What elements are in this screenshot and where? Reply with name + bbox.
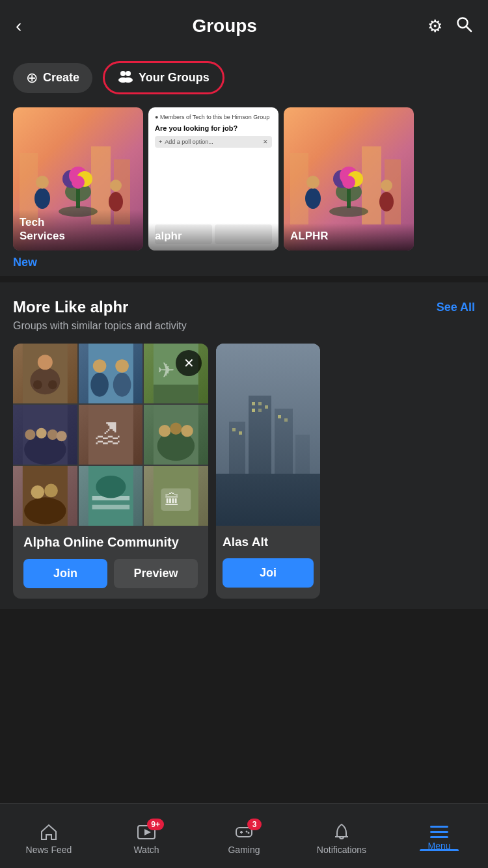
preview-button-alpha[interactable]: Preview <box>114 559 198 588</box>
svg-point-13 <box>72 176 85 189</box>
svg-point-93 <box>246 830 248 832</box>
settings-icon[interactable]: ⚙ <box>427 16 442 36</box>
nav-item-notifications[interactable]: Notifications <box>293 817 390 855</box>
more-like-title: More Like alphr <box>13 298 128 316</box>
header-left: ‹ <box>16 16 21 36</box>
alphr2-overlay: ALPHR <box>284 223 414 251</box>
svg-point-57 <box>159 425 170 437</box>
create-label: Create <box>43 71 79 85</box>
svg-point-5 <box>124 77 133 83</box>
search-icon[interactable] <box>455 16 472 37</box>
alpha-collage: ✈ 🏖 <box>13 344 208 526</box>
header: ‹ Groups ⚙ <box>0 0 488 52</box>
svg-point-17 <box>36 176 49 189</box>
group-card-alphr[interactable]: ● Members of Tech to this be Himson Grou… <box>148 107 278 251</box>
groups-grid: TechServices ● Members of Tech to this b… <box>13 107 475 251</box>
watch-icon-wrap: 9+ <box>137 822 156 842</box>
svg-line-1 <box>467 26 472 31</box>
svg-point-58 <box>170 423 182 435</box>
rec-card-alas-alt: Alas Alt Joi <box>216 344 320 599</box>
svg-rect-28 <box>347 189 351 208</box>
header-right: ⚙ <box>427 16 472 37</box>
collage-cell-9: 🏛 <box>144 466 208 526</box>
svg-point-63 <box>44 484 58 498</box>
collage-cell-2 <box>79 344 143 403</box>
create-icon: ⊕ <box>26 70 38 87</box>
svg-point-18 <box>109 192 123 211</box>
back-button[interactable]: ‹ <box>16 16 21 36</box>
svg-rect-22 <box>290 153 308 224</box>
svg-point-59 <box>182 425 193 437</box>
svg-point-35 <box>30 368 60 394</box>
collage-cell-1 <box>13 344 77 403</box>
svg-point-16 <box>34 188 50 209</box>
group-card-tech-services[interactable]: TechServices <box>13 107 143 251</box>
svg-text:✈: ✈ <box>157 359 175 382</box>
new-badge: New <box>13 251 475 269</box>
svg-point-29 <box>329 206 368 217</box>
news-feed-icon-wrap <box>39 822 59 842</box>
svg-rect-86 <box>216 344 320 526</box>
collage-cell-8 <box>79 466 143 526</box>
close-button[interactable]: ✕ <box>176 350 202 376</box>
your-groups-icon <box>118 70 133 86</box>
notifications-label: Notifications <box>317 845 366 855</box>
svg-point-94 <box>248 832 250 834</box>
menu-icon <box>430 826 448 838</box>
bottom-spacer <box>0 609 488 674</box>
alas-alt-image <box>216 344 320 526</box>
gaming-label: Gaming <box>228 845 260 855</box>
alpha-online-card-body: Alpha Online Community Join Preview <box>13 526 208 599</box>
gaming-icon-wrap: 3 <box>234 822 254 842</box>
svg-point-61 <box>24 497 66 524</box>
svg-point-38 <box>48 380 57 389</box>
join-button-alas[interactable]: Joi <box>223 558 314 588</box>
svg-point-32 <box>379 192 394 211</box>
svg-point-30 <box>305 188 321 209</box>
create-button[interactable]: ⊕ Create <box>13 63 92 93</box>
nav-item-news-feed[interactable]: News Feed <box>0 817 98 855</box>
collage-cell-4 <box>13 405 77 465</box>
svg-point-31 <box>306 176 319 189</box>
alpha-online-actions: Join Preview <box>23 559 198 588</box>
svg-point-2 <box>120 71 126 76</box>
notifications-icon-wrap <box>332 822 351 842</box>
svg-point-43 <box>115 359 129 373</box>
collage-cell-7 <box>13 466 77 526</box>
collage-cell-6 <box>144 405 208 465</box>
group-card-alphr2[interactable]: ALPHR <box>284 107 414 251</box>
svg-rect-21 <box>385 159 401 224</box>
bottom-navigation: News Feed 9+ Watch 3 Gaming <box>0 803 488 868</box>
nav-item-menu[interactable]: Menu <box>390 821 488 851</box>
alphr2-name: ALPHR <box>290 230 407 243</box>
recommendations-row: ✈ 🏖 <box>13 344 475 599</box>
svg-point-40 <box>90 373 109 397</box>
more-like-subtitle: Groups with similar topics and activity <box>13 320 475 332</box>
news-feed-label: News Feed <box>26 845 72 855</box>
more-like-header: More Like alphr See All <box>13 298 475 316</box>
join-button-alpha[interactable]: Join <box>23 559 107 588</box>
gaming-badge: 3 <box>247 819 262 830</box>
alas-alt-name: Alas Alt <box>223 535 314 549</box>
more-like-section: More Like alphr See All Groups with simi… <box>0 282 488 609</box>
your-groups-button[interactable]: Your Groups <box>103 61 224 94</box>
tech-services-overlay: TechServices <box>13 210 143 251</box>
alas-alt-body: Alas Alt Joi <box>216 526 320 598</box>
see-all-link[interactable]: See All <box>437 301 475 314</box>
svg-point-36 <box>38 355 53 370</box>
svg-point-50 <box>36 428 47 439</box>
svg-point-62 <box>31 485 44 499</box>
svg-point-19 <box>110 180 122 191</box>
svg-point-52 <box>57 431 67 441</box>
svg-point-51 <box>47 429 58 440</box>
svg-rect-46 <box>154 385 198 403</box>
nav-item-watch[interactable]: 9+ Watch <box>98 817 195 855</box>
alpha-online-name: Alpha Online Community <box>23 535 198 550</box>
home-icon <box>39 822 59 842</box>
svg-text:🏖: 🏖 <box>94 418 121 448</box>
alphr-overlay: alphr <box>148 223 278 251</box>
alphr-name: alphr <box>155 230 272 243</box>
svg-point-67 <box>96 476 126 498</box>
svg-point-49 <box>25 429 35 440</box>
nav-item-gaming[interactable]: 3 Gaming <box>195 817 293 855</box>
